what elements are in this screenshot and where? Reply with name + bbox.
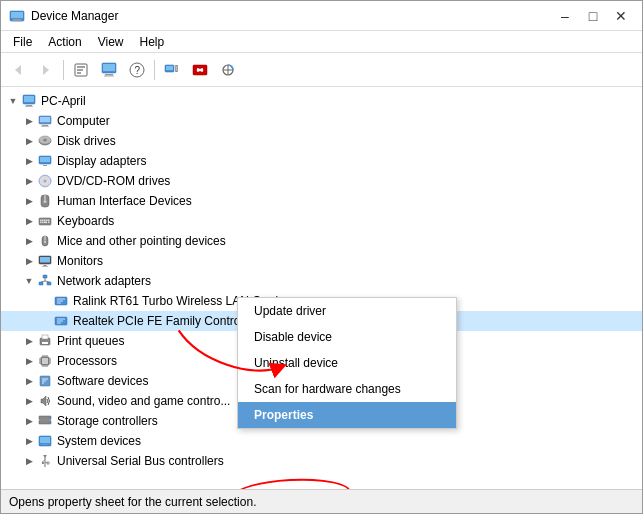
computer-icon xyxy=(37,113,53,129)
storage-icon xyxy=(37,413,53,429)
expander[interactable]: ▶ xyxy=(21,233,37,249)
toolbar-sep-2 xyxy=(154,60,155,80)
svg-rect-53 xyxy=(42,222,44,224)
tree-item-hid[interactable]: ▶ Human Interface Devices xyxy=(1,191,642,211)
menu-file[interactable]: File xyxy=(5,31,40,52)
item-label: Print queues xyxy=(57,334,124,348)
expander[interactable]: ▶ xyxy=(21,393,37,409)
svg-rect-65 xyxy=(47,282,51,285)
item-label: Mice and other pointing devices xyxy=(57,234,226,248)
tree-item-monitors[interactable]: ▶ Monitors xyxy=(1,251,642,271)
svg-text:?: ? xyxy=(135,65,141,76)
svg-rect-11 xyxy=(103,64,115,71)
item-label: Monitors xyxy=(57,254,103,268)
svg-point-45 xyxy=(44,200,47,203)
svg-marker-4 xyxy=(15,65,21,75)
hid-icon xyxy=(37,193,53,209)
device-manager-window: Device Manager – □ ✕ File Action View He… xyxy=(0,0,643,514)
realtek-icon xyxy=(53,313,69,329)
item-label: Computer xyxy=(57,114,110,128)
expander[interactable]: ▶ xyxy=(21,193,37,209)
menu-help[interactable]: Help xyxy=(132,31,173,52)
svg-line-67 xyxy=(41,281,45,282)
item-label: Disk drives xyxy=(57,134,116,148)
item-label: Storage controllers xyxy=(57,414,158,428)
expander[interactable]: ▶ xyxy=(21,133,37,149)
item-label: DVD/CD-ROM drives xyxy=(57,174,170,188)
expander[interactable]: ▶ xyxy=(21,213,37,229)
context-properties[interactable]: Properties xyxy=(238,402,456,428)
expander[interactable]: ▶ xyxy=(21,453,37,469)
expander[interactable]: ▶ xyxy=(21,113,37,129)
tree-item-keyboard[interactable]: ▶ Keyboards xyxy=(1,211,642,231)
expander[interactable]: ▶ xyxy=(21,153,37,169)
root-expander[interactable]: ▼ xyxy=(5,93,21,109)
tree-root[interactable]: ▼ PC-April xyxy=(1,91,642,111)
tree-item-display[interactable]: ▶ Display adapters xyxy=(1,151,642,171)
item-label: Sound, video and game contro... xyxy=(57,394,230,408)
expander[interactable]: ▶ xyxy=(21,353,37,369)
forward-button[interactable] xyxy=(33,57,59,83)
context-update-driver[interactable]: Update driver xyxy=(238,298,456,324)
dvd-icon xyxy=(37,173,53,189)
menu-view[interactable]: View xyxy=(90,31,132,52)
item-label: Display adapters xyxy=(57,154,146,168)
pc-icon xyxy=(21,93,37,109)
svg-line-68 xyxy=(45,281,49,282)
show-hidden-button[interactable] xyxy=(215,57,241,83)
context-scan-changes[interactable]: Scan for hardware changes xyxy=(238,376,456,402)
svg-rect-49 xyxy=(44,220,46,222)
tree-item-dvd[interactable]: ▶ DVD/CD-ROM drives xyxy=(1,171,642,191)
system-icon xyxy=(37,433,53,449)
svg-rect-32 xyxy=(42,125,48,126)
svg-rect-12 xyxy=(105,74,113,76)
svg-rect-51 xyxy=(48,220,50,222)
svg-rect-39 xyxy=(43,165,47,166)
svg-rect-55 xyxy=(48,222,50,224)
toolbar-sep-1 xyxy=(63,60,64,80)
minimize-button[interactable]: – xyxy=(552,5,578,27)
display-icon xyxy=(37,153,53,169)
tree-item-network[interactable]: ▼ Network adapters xyxy=(1,271,642,291)
maximize-button[interactable]: □ xyxy=(580,5,606,27)
item-label: Processors xyxy=(57,354,117,368)
svg-rect-19 xyxy=(176,66,178,71)
update-driver-button[interactable] xyxy=(96,57,122,83)
svg-rect-31 xyxy=(40,117,50,122)
software-icon xyxy=(37,373,53,389)
menu-action[interactable]: Action xyxy=(40,31,89,52)
svg-rect-63 xyxy=(43,275,47,278)
svg-rect-2 xyxy=(13,19,21,21)
status-text: Opens property sheet for the current sel… xyxy=(9,495,256,509)
properties-button[interactable] xyxy=(68,57,94,83)
svg-rect-50 xyxy=(46,220,48,222)
svg-point-103 xyxy=(48,421,50,423)
window-controls: – □ ✕ xyxy=(552,5,634,27)
expander[interactable]: ▶ xyxy=(21,413,37,429)
remove-device-button[interactable] xyxy=(187,57,213,83)
svg-point-102 xyxy=(48,417,50,419)
svg-point-58 xyxy=(44,241,46,243)
sound-icon xyxy=(37,393,53,409)
tree-item-system[interactable]: ▶ System devices xyxy=(1,431,642,451)
disk-icon xyxy=(37,133,53,149)
expander[interactable]: ▼ xyxy=(21,273,37,289)
tree-item-mice[interactable]: ▶ Mice and other pointing devices xyxy=(1,231,642,251)
expander[interactable]: ▶ xyxy=(21,433,37,449)
tree-item-usb[interactable]: ▶ Universal Serial Bus controllers xyxy=(1,451,642,471)
back-button[interactable] xyxy=(5,57,31,83)
expander[interactable]: ▶ xyxy=(21,173,37,189)
context-disable-device[interactable]: Disable device xyxy=(238,324,456,350)
help-button[interactable]: ? xyxy=(124,57,150,83)
scan-changes-button[interactable] xyxy=(159,57,185,83)
expander[interactable]: ▶ xyxy=(21,333,37,349)
tree-item-computer[interactable]: ▶ Computer xyxy=(1,111,642,131)
context-uninstall-device[interactable]: Uninstall device xyxy=(238,350,456,376)
svg-rect-82 xyxy=(42,358,48,364)
expander[interactable]: ▶ xyxy=(21,373,37,389)
toolbar: ? xyxy=(1,53,642,87)
tree-item-disk[interactable]: ▶ Disk drives xyxy=(1,131,642,151)
close-button[interactable]: ✕ xyxy=(608,5,634,27)
expander[interactable]: ▶ xyxy=(21,253,37,269)
item-label: Realtek PCIe FE Family Controller xyxy=(73,314,256,328)
